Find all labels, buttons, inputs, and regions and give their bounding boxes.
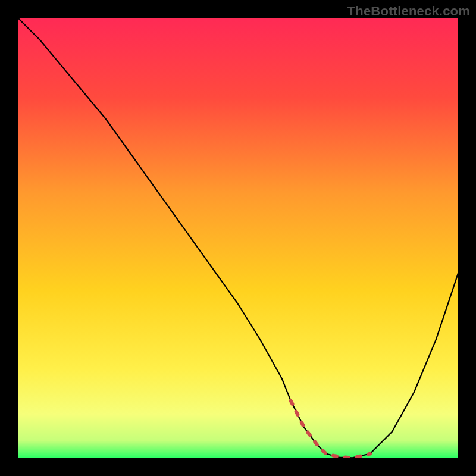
bottleneck-chart bbox=[18, 18, 458, 458]
gradient-background bbox=[18, 18, 458, 458]
watermark-text: TheBottleneck.com bbox=[347, 4, 470, 19]
plot-area bbox=[18, 18, 458, 458]
chart-frame: TheBottleneck.com bbox=[0, 0, 476, 476]
